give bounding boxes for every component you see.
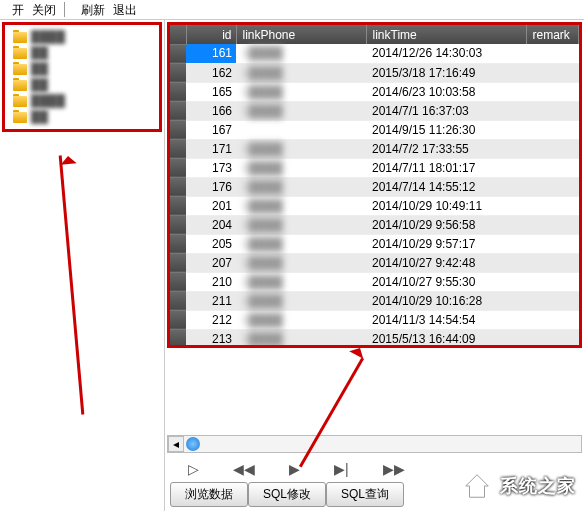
cell-time: 2014/10/29 10:49:11 [366, 196, 526, 215]
row-header[interactable] [170, 63, 186, 82]
tree-item[interactable]: ██ [7, 109, 157, 125]
menu-refresh[interactable]: 刷新 [77, 0, 109, 19]
cell-remark [526, 310, 579, 329]
cell-time: 2014/10/27 9:55:30 [366, 272, 526, 291]
row-header[interactable] [170, 253, 186, 272]
table-row[interactable]: 1611████2014/12/26 14:30:03 [170, 44, 579, 63]
player-last-icon[interactable]: ▶▶ [383, 461, 405, 477]
column-linkphone[interactable]: linkPhone [236, 25, 366, 44]
menu-exit[interactable]: 退出 [109, 0, 141, 19]
table-row[interactable]: 1761████2014/7/14 14:55:12 [170, 177, 579, 196]
cell-remark [526, 253, 579, 272]
column-linktime[interactable]: linkTime [366, 25, 526, 44]
table-row[interactable]: 1621████2015/3/18 17:16:49 [170, 63, 579, 82]
row-header[interactable] [170, 234, 186, 253]
table-row[interactable]: 1731████2014/7/11 18:01:17 [170, 158, 579, 177]
data-table-container: id linkPhone linkTime remark 1611████201… [170, 25, 579, 345]
tree-item[interactable]: ██ [7, 77, 157, 93]
sidebar: ████████████████ [0, 20, 165, 511]
table-row[interactable]: 2051████2014/10/29 9:57:17 [170, 234, 579, 253]
cell-phone: 1████ [236, 63, 366, 82]
cell-phone: 1████ [236, 196, 366, 215]
row-header[interactable] [170, 44, 186, 63]
cell-id: 204 [186, 215, 236, 234]
row-header[interactable] [170, 120, 186, 139]
cell-remark [526, 63, 579, 82]
cell-id: 212 [186, 310, 236, 329]
cell-id: 167 [186, 120, 236, 139]
table-row[interactable]: 1711████2014/7/2 17:33:55 [170, 139, 579, 158]
menu-open[interactable]: 开 [8, 0, 28, 19]
cell-phone: 1████ [236, 272, 366, 291]
cell-id: 205 [186, 234, 236, 253]
horizontal-scrollbar[interactable]: ◂ [167, 435, 582, 453]
cell-phone: 1████ [236, 253, 366, 272]
table-row[interactable]: 1661████2014/7/1 16:37:03 [170, 101, 579, 120]
row-header[interactable] [170, 177, 186, 196]
menu-close[interactable]: 关闭 [28, 0, 60, 19]
cell-id: 210 [186, 272, 236, 291]
row-header[interactable] [170, 196, 186, 215]
scroll-left-icon[interactable]: ◂ [168, 436, 184, 452]
table-row[interactable]: 2111████2014/10/29 10:16:28 [170, 291, 579, 310]
cell-id: 171 [186, 139, 236, 158]
cell-remark [526, 158, 579, 177]
player-prev-icon[interactable]: ◀◀ [233, 461, 255, 477]
watermark-text: 系统之家 [500, 474, 576, 498]
cell-remark [526, 120, 579, 139]
cell-remark [526, 291, 579, 310]
row-header[interactable] [170, 329, 186, 345]
row-header[interactable] [170, 310, 186, 329]
row-header[interactable] [170, 158, 186, 177]
row-header[interactable] [170, 291, 186, 310]
folder-icon [13, 64, 27, 75]
annotation-arrow-head [59, 147, 76, 164]
cell-id: 166 [186, 101, 236, 120]
cell-remark [526, 329, 579, 345]
row-header[interactable] [170, 215, 186, 234]
table-row[interactable]: 1672014/9/15 11:26:30 [170, 120, 579, 139]
player-first-icon[interactable]: ▷ [188, 461, 199, 477]
cell-id: 162 [186, 63, 236, 82]
table-row[interactable]: 2121████2014/11/3 14:54:54 [170, 310, 579, 329]
tree-item[interactable]: ██ [7, 61, 157, 77]
table-row[interactable]: 2101████2014/10/27 9:55:30 [170, 272, 579, 291]
cell-id: 211 [186, 291, 236, 310]
table-row[interactable]: 2041████2014/10/29 9:56:58 [170, 215, 579, 234]
row-header[interactable] [170, 82, 186, 101]
row-header[interactable] [170, 272, 186, 291]
table-row[interactable]: 2131████2015/5/13 16:44:09 [170, 329, 579, 345]
watermark: 系统之家 [460, 471, 576, 501]
cell-time: 2014/9/15 11:26:30 [366, 120, 526, 139]
cell-remark [526, 44, 579, 63]
cell-id: 165 [186, 82, 236, 101]
cell-phone: 1████ [236, 101, 366, 120]
column-id[interactable]: id [186, 25, 236, 44]
column-remark[interactable]: remark [526, 25, 579, 44]
tree-item[interactable]: ████ [7, 93, 157, 109]
cell-id: 176 [186, 177, 236, 196]
cell-phone: 1████ [236, 310, 366, 329]
table-row[interactable]: 2011████2014/10/29 10:49:11 [170, 196, 579, 215]
cell-time: 2014/10/29 9:57:17 [366, 234, 526, 253]
table-row[interactable]: 2071████2014/10/27 9:42:48 [170, 253, 579, 272]
column-rowselector [170, 25, 186, 44]
player-play-icon[interactable]: ▶ [289, 461, 300, 477]
tree-label: ██ [31, 110, 48, 124]
menu-separator [64, 2, 73, 17]
folder-icon [13, 48, 27, 59]
tree-item[interactable]: ████ [7, 29, 157, 45]
house-icon [460, 471, 494, 501]
player-next-icon[interactable]: ▶| [334, 461, 349, 477]
cell-time: 2014/7/11 18:01:17 [366, 158, 526, 177]
tab-browse-data[interactable]: 浏览数据 [170, 482, 248, 507]
tab-sql-edit[interactable]: SQL修改 [248, 482, 326, 507]
cell-remark [526, 177, 579, 196]
cell-time: 2014/10/27 9:42:48 [366, 253, 526, 272]
table-row[interactable]: 1651████2014/6/23 10:03:58 [170, 82, 579, 101]
row-header[interactable] [170, 139, 186, 158]
cell-remark [526, 272, 579, 291]
tree-item[interactable]: ██ [7, 45, 157, 61]
tab-sql-query[interactable]: SQL查询 [326, 482, 404, 507]
row-header[interactable] [170, 101, 186, 120]
